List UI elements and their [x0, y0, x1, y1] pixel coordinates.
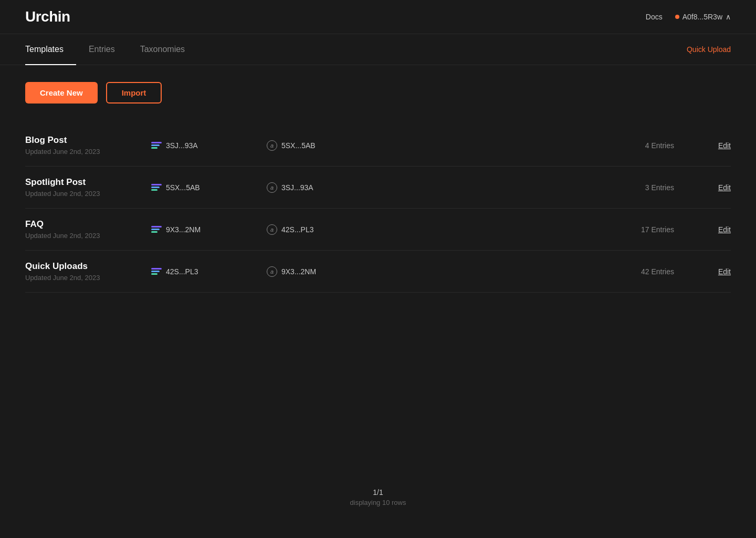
user-id: A0f8...5R3w — [682, 13, 722, 21]
template-updated: Updated June 2nd, 2023 — [25, 274, 151, 282]
schema-icon — [151, 141, 162, 150]
table-row: Blog Post Updated June 2nd, 2023 3SJ...9… — [25, 125, 731, 167]
nav: Templates Entries Taxonomies Quick Uploa… — [0, 34, 756, 65]
schema-icon — [151, 225, 162, 234]
create-new-button[interactable]: Create New — [25, 82, 98, 104]
nav-tabs: Templates Entries Taxonomies — [25, 34, 210, 65]
schema-id: 9X3...2NM — [166, 225, 201, 234]
schema-col: 5SX...5AB — [151, 183, 267, 192]
logo: Urchin — [25, 8, 70, 25]
model-icon: a — [267, 182, 277, 193]
template-name: FAQ — [25, 219, 151, 230]
template-name-col: Spotlight Post Updated June 2nd, 2023 — [25, 177, 151, 198]
import-button[interactable]: Import — [106, 82, 162, 104]
edit-col: Edit — [699, 141, 731, 150]
template-name: Spotlight Post — [25, 177, 151, 188]
model-col: a 3SJ...93A — [267, 182, 382, 193]
tab-templates[interactable]: Templates — [25, 34, 76, 65]
quick-upload-link[interactable]: Quick Upload — [687, 35, 731, 64]
model-col: a 42S...PL3 — [267, 224, 382, 235]
template-updated: Updated June 2nd, 2023 — [25, 190, 151, 198]
pagination: 1/1 displaying 10 rows — [350, 488, 406, 506]
edit-col: Edit — [699, 225, 731, 234]
main-content: Create New Import Blog Post Updated June… — [0, 65, 756, 309]
model-id: 3SJ...93A — [281, 183, 313, 192]
edit-col: Edit — [699, 183, 731, 192]
schema-icon — [151, 183, 162, 192]
schema-id: 42S...PL3 — [166, 267, 198, 276]
edit-link[interactable]: Edit — [718, 183, 731, 192]
schema-col: 42S...PL3 — [151, 267, 267, 276]
template-name-col: FAQ Updated June 2nd, 2023 — [25, 219, 151, 240]
schema-icon — [151, 267, 162, 276]
user-badge[interactable]: A0f8...5R3w ∧ — [675, 13, 731, 21]
model-col: a 9X3...2NM — [267, 266, 382, 277]
template-name: Quick Uploads — [25, 261, 151, 272]
table-row: Spotlight Post Updated June 2nd, 2023 5S… — [25, 167, 731, 209]
header: Urchin Docs A0f8...5R3w ∧ — [0, 0, 756, 34]
docs-link[interactable]: Docs — [646, 13, 663, 21]
template-name-col: Quick Uploads Updated June 2nd, 2023 — [25, 261, 151, 282]
edit-link[interactable]: Edit — [718, 141, 731, 150]
entries-count: 42 Entries — [382, 267, 699, 276]
entries-count: 4 Entries — [382, 141, 699, 150]
entries-count: 3 Entries — [382, 183, 699, 192]
edit-col: Edit — [699, 267, 731, 276]
model-icon: a — [267, 140, 277, 151]
schema-id: 5SX...5AB — [166, 183, 200, 192]
model-icon: a — [267, 266, 277, 277]
edit-link[interactable]: Edit — [718, 225, 731, 234]
user-status-dot — [675, 15, 679, 19]
template-name: Blog Post — [25, 135, 151, 146]
header-right: Docs A0f8...5R3w ∧ — [646, 13, 731, 21]
tab-entries[interactable]: Entries — [89, 34, 128, 65]
templates-table: Blog Post Updated June 2nd, 2023 3SJ...9… — [25, 125, 731, 293]
user-caret-icon: ∧ — [726, 13, 731, 21]
template-updated: Updated June 2nd, 2023 — [25, 232, 151, 240]
table-row: FAQ Updated June 2nd, 2023 9X3...2NM a 4… — [25, 209, 731, 251]
schema-col: 3SJ...93A — [151, 141, 267, 150]
pagination-page: 1/1 — [350, 488, 406, 496]
tab-taxonomies[interactable]: Taxonomies — [140, 34, 197, 65]
model-id: 9X3...2NM — [281, 267, 316, 276]
table-row: Quick Uploads Updated June 2nd, 2023 42S… — [25, 251, 731, 293]
edit-link[interactable]: Edit — [718, 267, 731, 276]
pagination-info: displaying 10 rows — [350, 499, 406, 506]
template-updated: Updated June 2nd, 2023 — [25, 148, 151, 156]
model-id: 5SX...5AB — [281, 141, 316, 150]
schema-col: 9X3...2NM — [151, 225, 267, 234]
model-icon: a — [267, 224, 277, 235]
actions-bar: Create New Import — [25, 82, 731, 104]
entries-count: 17 Entries — [382, 225, 699, 234]
template-name-col: Blog Post Updated June 2nd, 2023 — [25, 135, 151, 156]
model-id: 42S...PL3 — [281, 225, 314, 234]
schema-id: 3SJ...93A — [166, 141, 198, 150]
model-col: a 5SX...5AB — [267, 140, 382, 151]
